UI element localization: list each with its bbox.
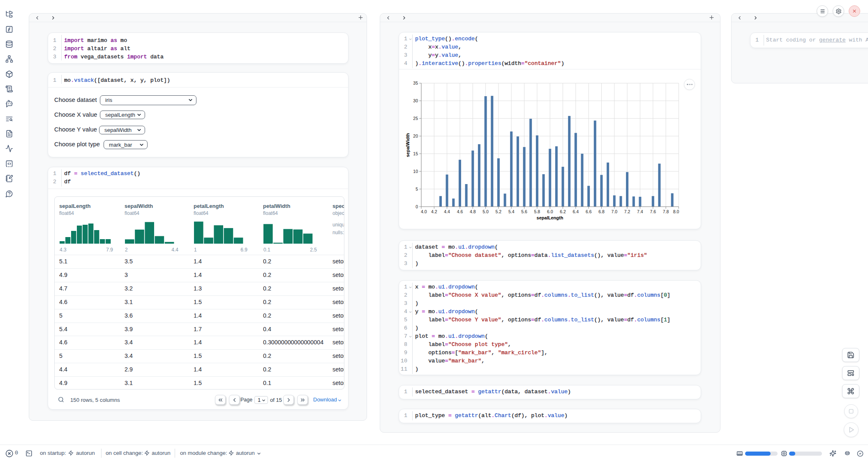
svg-text:0: 0 — [416, 204, 418, 209]
svg-text:sepalLength: sepalLength — [537, 215, 563, 220]
svg-text:15: 15 — [413, 151, 418, 156]
svg-text:4.2: 4.2 — [431, 209, 437, 214]
svg-text:6.6: 6.6 — [586, 209, 592, 214]
svg-text:10: 10 — [413, 169, 418, 174]
svg-text:7.8: 7.8 — [663, 209, 669, 214]
svg-text:6.0: 6.0 — [547, 209, 553, 214]
svg-text:5.4: 5.4 — [508, 209, 515, 214]
svg-text:7.2: 7.2 — [624, 209, 630, 214]
svg-text:20: 20 — [413, 134, 418, 138]
svg-text:35: 35 — [413, 81, 418, 85]
svg-text:5: 5 — [416, 187, 418, 191]
svg-text:5.0: 5.0 — [482, 209, 489, 214]
svg-text:4.4: 4.4 — [444, 209, 450, 214]
svg-text:6.2: 6.2 — [560, 209, 566, 214]
svg-text:7.6: 7.6 — [650, 209, 656, 214]
svg-text:7.0: 7.0 — [611, 209, 617, 214]
svg-text:5.2: 5.2 — [496, 209, 502, 214]
svg-text:4.0: 4.0 — [421, 209, 427, 214]
svg-text:8.0: 8.0 — [673, 209, 679, 214]
svg-text:6.8: 6.8 — [598, 209, 605, 214]
svg-text:7.4: 7.4 — [637, 209, 643, 214]
svg-text:4.8: 4.8 — [470, 209, 476, 214]
svg-text:5.6: 5.6 — [521, 209, 527, 214]
svg-text:6.4: 6.4 — [573, 209, 579, 214]
svg-text:30: 30 — [413, 98, 418, 103]
svg-text:25: 25 — [413, 116, 418, 121]
svg-text:5.8: 5.8 — [534, 209, 540, 214]
svg-text:sepalWidth: sepalWidth — [405, 133, 410, 157]
svg-text:4.6: 4.6 — [457, 209, 463, 214]
